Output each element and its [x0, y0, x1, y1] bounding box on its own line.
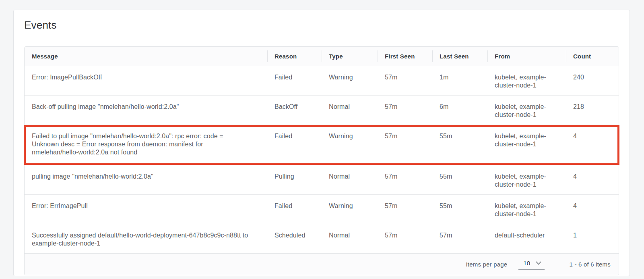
column-header-from: From: [487, 47, 566, 66]
chevron-down-icon: [536, 261, 541, 265]
cell-message: Back-off pulling image "nmelehan/hello-w…: [25, 103, 267, 111]
cell-type: Warning: [322, 73, 378, 81]
cell-reason: Pulling: [267, 173, 322, 181]
cell-first-seen: 57m: [378, 73, 432, 81]
cell-last-seen: 55m: [432, 202, 487, 210]
cell-from: default-scheduler: [487, 231, 566, 239]
items-per-page-select[interactable]: 10: [518, 259, 545, 270]
page-title: Events: [24, 19, 619, 31]
cell-from: kubelet, example-cluster-node-1: [487, 132, 566, 148]
cell-count: 4: [566, 202, 619, 210]
table-row: Error: ImagePullBackOff Failed Warning 5…: [25, 66, 619, 95]
cell-from: kubelet, example-cluster-node-1: [487, 202, 566, 218]
items-per-page-value: 10: [523, 260, 530, 267]
cell-from: kubelet, example-cluster-node-1: [487, 173, 566, 189]
cell-message: Error: ErrImagePull: [25, 202, 267, 210]
column-header-first-seen: First Seen: [378, 47, 432, 66]
cell-count: 240: [566, 73, 619, 81]
cell-from: kubelet, example-cluster-node-1: [487, 103, 566, 119]
cell-reason: Failed: [267, 202, 322, 210]
cell-count: 4: [566, 132, 619, 140]
events-table: Message Reason Type First Seen Last Seen…: [24, 46, 619, 275]
table-row: pulling image "nmelehan/hello-world:2.0a…: [25, 165, 619, 194]
cell-first-seen: 57m: [378, 202, 432, 210]
cell-count: 4: [566, 173, 619, 181]
cell-last-seen: 55m: [432, 132, 487, 140]
cell-from: kubelet, example-cluster-node-1: [487, 73, 566, 90]
column-header-last-seen: Last Seen: [432, 47, 487, 66]
events-card: Events Message Reason Type First Seen La…: [13, 10, 630, 276]
cell-first-seen: 57m: [378, 173, 432, 181]
cell-message: Successfully assigned default/hello-worl…: [25, 231, 267, 248]
cell-first-seen: 57m: [378, 231, 432, 239]
cell-type: Warning: [322, 132, 378, 140]
cell-count: 1: [566, 231, 619, 239]
cell-reason: Failed: [267, 132, 322, 140]
cell-type: Warning: [322, 202, 378, 210]
cell-message: Failed to pull image "nmelehan/hello-wor…: [25, 132, 267, 156]
cell-type: Normal: [322, 231, 378, 239]
column-header-count: Count: [566, 47, 619, 66]
table-row: Back-off pulling image "nmelehan/hello-w…: [25, 95, 619, 125]
table-row: Error: ErrImagePull Failed Warning 57m 5…: [25, 194, 619, 224]
items-per-page-label: Items per page: [466, 261, 507, 268]
pagination-footer: Items per page 10 1 - 6 of 6 items: [25, 253, 619, 275]
cell-last-seen: 57m: [432, 231, 487, 239]
cell-reason: BackOff: [267, 103, 322, 111]
cell-reason: Failed: [267, 73, 322, 81]
cell-last-seen: 1m: [432, 73, 487, 81]
cell-reason: Scheduled: [267, 231, 322, 239]
cell-type: Normal: [322, 173, 378, 181]
cell-first-seen: 57m: [378, 103, 432, 111]
table-row: Successfully assigned default/hello-worl…: [25, 224, 619, 253]
cell-type: Normal: [322, 103, 378, 111]
column-header-message: Message: [25, 47, 267, 66]
cell-first-seen: 57m: [378, 132, 432, 140]
cell-message: Error: ImagePullBackOff: [25, 73, 267, 81]
cell-last-seen: 55m: [432, 173, 487, 181]
cell-last-seen: 6m: [432, 103, 487, 111]
table-header-row: Message Reason Type First Seen Last Seen…: [25, 47, 619, 66]
cell-message: pulling image "nmelehan/hello-world:2.0a…: [25, 173, 267, 181]
cell-count: 218: [566, 103, 619, 111]
column-header-reason: Reason: [267, 47, 322, 66]
page-range-label: 1 - 6 of 6 items: [567, 261, 611, 268]
column-header-type: Type: [322, 47, 378, 66]
table-row-highlighted: Failed to pull image "nmelehan/hello-wor…: [25, 125, 619, 165]
